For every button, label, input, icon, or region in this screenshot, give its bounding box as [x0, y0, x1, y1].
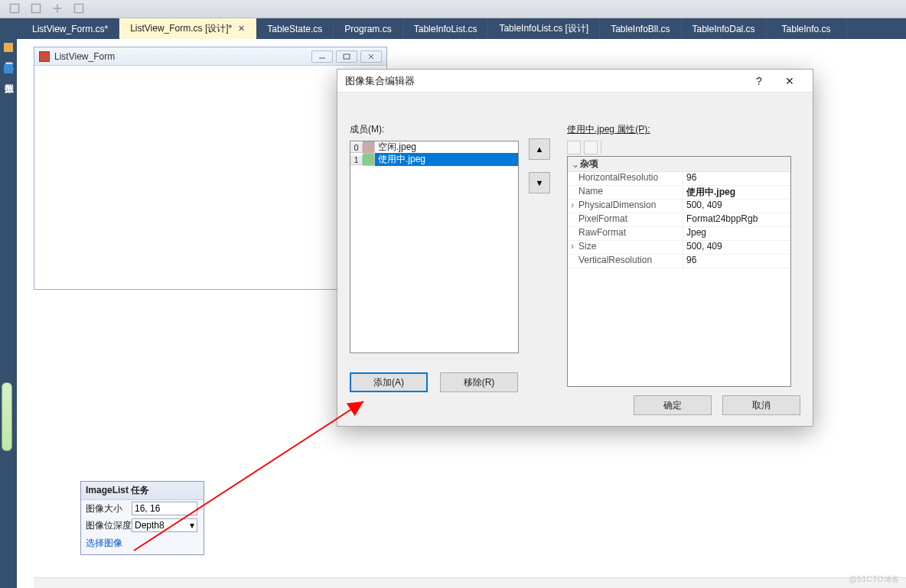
toolbox-tab[interactable]: 工具箱 [2, 40, 15, 58]
collapse-icon[interactable]: ⌄ [571, 159, 580, 170]
close-icon[interactable]: ✕ [238, 24, 245, 34]
member-item[interactable]: 0 空闲.jpeg [350, 141, 518, 154]
alphabetical-icon[interactable] [584, 141, 598, 154]
help-button[interactable]: ? [744, 70, 774, 93]
member-index: 1 [350, 155, 363, 165]
remove-button[interactable]: 移除(R) [440, 372, 518, 392]
tab-label: TableState.cs [267, 24, 322, 34]
tab-tableinfodal[interactable]: TableInfoDal.cs [682, 18, 767, 39]
smarttag-row-size: 图像大小 [81, 500, 204, 517]
maximize-icon [343, 54, 350, 60]
dialog-close-button[interactable]: ✕ [774, 70, 805, 93]
member-name: 使用中.jpeg [375, 153, 518, 167]
property-value[interactable]: Jpeg [683, 227, 790, 240]
image-size-input[interactable] [132, 502, 197, 515]
chevron-down-icon: ▼ [536, 178, 544, 187]
member-thumb-icon [363, 154, 375, 166]
property-row[interactable]: ›PhysicalDimension500, 409 [568, 200, 790, 213]
chevron-up-icon: ▲ [536, 145, 544, 154]
tab-label: TableInfoList.cs [设计] [499, 22, 588, 35]
property-value[interactable]: 500, 409 [683, 200, 790, 213]
tab-listview-code[interactable]: ListView_Form.cs* [21, 18, 119, 39]
tool-icon [9, 3, 20, 14]
tab-tableinfobll[interactable]: TableInfoBll.cs [600, 18, 681, 39]
smarttag-row-depth: 图像位深度 Depth8▾ [81, 517, 204, 534]
tab-label: TableInfo.cs [782, 24, 831, 34]
categorized-icon[interactable] [567, 141, 581, 154]
button-label: 确定 [663, 399, 682, 412]
choose-images-link[interactable]: 选择图像 [81, 534, 204, 554]
datasource-tab[interactable]: 数据源 [2, 61, 15, 80]
property-value[interactable]: Format24bppRgb [683, 213, 790, 226]
button-label: 添加(A) [373, 376, 404, 389]
property-row[interactable]: VerticalResolution96 [568, 255, 790, 268]
close-icon [367, 54, 375, 60]
tab-program[interactable]: Program.cs [334, 18, 402, 39]
ok-button[interactable]: 确定 [634, 395, 712, 415]
color-depth-combo[interactable]: Depth8▾ [132, 518, 197, 532]
svg-rect-0 [10, 4, 18, 12]
image-collection-editor-dialog: 图像集合编辑器 ? ✕ 成员(M): 0 空闲.jpeg 1 使用 [337, 69, 813, 427]
smarttag-title: ImageList 任务 [81, 482, 204, 500]
build-indicator [2, 382, 12, 451]
form-client-area[interactable] [34, 66, 386, 289]
form-icon [39, 51, 50, 62]
watermark: @51CTO博客 [849, 574, 900, 585]
minimize-button[interactable] [311, 50, 333, 63]
move-up-button[interactable]: ▲ [529, 138, 550, 160]
datasource-icon [4, 64, 13, 73]
property-category[interactable]: ⌄杂项 [568, 157, 790, 172]
svg-rect-1 [31, 4, 40, 12]
close-button[interactable] [360, 50, 382, 63]
property-row[interactable]: HorizontalResolutio96 [568, 172, 790, 186]
properties-label: 使用中.jpeg 属性(P): [567, 123, 791, 136]
add-button[interactable]: 添加(A) [350, 372, 428, 392]
property-name: Size [577, 241, 683, 254]
h-scrollbar[interactable] [34, 577, 906, 588]
move-down-button[interactable]: ▼ [529, 172, 550, 193]
tab-tableinfolist[interactable]: TableInfoList.cs [403, 18, 489, 39]
reorder-column: ▲ ▼ [529, 138, 550, 193]
members-listbox[interactable]: 0 空闲.jpeg 1 使用中.jpeg [350, 141, 519, 353]
cancel-button[interactable]: 取消 [722, 395, 800, 415]
dialog-titlebar[interactable]: 图像集合编辑器 ? ✕ [337, 70, 813, 93]
svg-rect-2 [344, 54, 350, 59]
member-thumb-icon [363, 141, 375, 154]
tab-tableinfo[interactable]: TableInfo.cs [767, 18, 847, 39]
expand-icon[interactable]: › [568, 200, 577, 213]
tab-listview-design[interactable]: ListView_Form.cs [设计]*✕ [119, 18, 256, 39]
tab-label: TableInfoDal.cs [693, 24, 755, 34]
expand-icon [568, 172, 577, 185]
tab-label: TableInfoList.cs [414, 24, 477, 34]
property-row[interactable]: RawFormatJpeg [568, 227, 790, 241]
tab-tableinfolist-design[interactable]: TableInfoList.cs [设计] [488, 18, 600, 39]
property-row[interactable]: ›Size500, 409 [568, 241, 790, 255]
members-label: 成员(M): [350, 123, 519, 136]
maximize-button[interactable] [336, 50, 357, 63]
property-grid[interactable]: ⌄杂项 HorizontalResolutio96 Name使用中.jpeg ›… [567, 156, 791, 387]
document-tabs: ListView_Form.cs* ListView_Form.cs [设计]*… [0, 18, 906, 39]
property-value[interactable]: 使用中.jpeg [683, 186, 790, 199]
property-value[interactable]: 500, 409 [683, 241, 790, 254]
expand-icon [568, 227, 577, 240]
minimize-icon [318, 54, 326, 60]
propgrid-sep-icon [601, 141, 601, 154]
property-value[interactable]: 96 [683, 255, 790, 268]
tool-icon [73, 3, 84, 14]
link-label: 选择图像 [86, 538, 122, 548]
tab-tablestate[interactable]: TableState.cs [256, 18, 334, 39]
form-designer-window[interactable]: ListView_Form [34, 47, 387, 290]
properties-panel: 使用中.jpeg 属性(P): ⌄杂项 HorizontalResolutio9… [567, 123, 791, 387]
property-value[interactable]: 96 [683, 172, 790, 185]
property-row[interactable]: Name使用中.jpeg [568, 186, 790, 200]
button-label: 移除(R) [464, 376, 495, 389]
expand-icon[interactable]: › [568, 241, 577, 254]
property-name: Name [577, 186, 683, 199]
ide-toolbar [0, 0, 906, 18]
property-row[interactable]: PixelFormatFormat24bppRgb [568, 213, 790, 227]
tab-label: Program.cs [344, 24, 391, 34]
tab-label: ListView_Form.cs* [32, 24, 108, 34]
side-rail: 工具箱 数据源 [0, 18, 17, 588]
smarttag-label: 图像大小 [81, 502, 132, 515]
member-item[interactable]: 1 使用中.jpeg [350, 154, 518, 166]
